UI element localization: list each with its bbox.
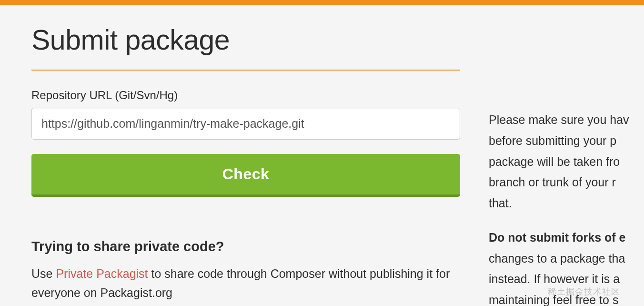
info-paragraph-1: Please make sure you hav before submitti…: [489, 110, 629, 214]
main-container: Submit package Repository URL (Git/Svn/H…: [0, 5, 644, 306]
repo-url-label: Repository URL (Git/Svn/Hg): [31, 89, 460, 102]
private-packagist-link[interactable]: Private Packagist: [56, 267, 148, 280]
text-before-link: Use: [31, 267, 56, 280]
watermark-text: 稀土掘金技术社区: [548, 286, 620, 297]
right-column: Please make sure you hav before submitti…: [489, 24, 629, 306]
private-code-text: Use Private Packagist to share code thro…: [31, 264, 460, 302]
check-button[interactable]: Check: [31, 154, 460, 197]
repo-url-input[interactable]: [31, 108, 460, 140]
top-accent-bar: [0, 0, 644, 5]
page-title: Submit package: [31, 24, 460, 56]
left-column: Submit package Repository URL (Git/Svn/H…: [31, 24, 460, 306]
private-code-heading: Trying to share private code?: [31, 239, 460, 255]
title-divider: [31, 70, 460, 71]
